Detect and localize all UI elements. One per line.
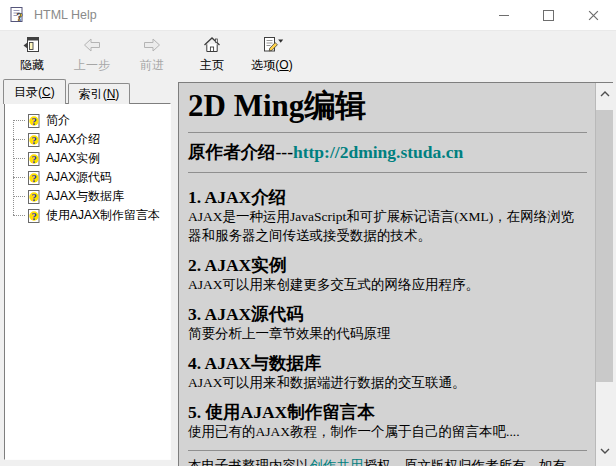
tree-item[interactable]: ? 简介 xyxy=(5,111,170,130)
label-part: ) xyxy=(289,58,293,72)
label-part: 选项( xyxy=(251,58,279,72)
tab-label: 目录(C) xyxy=(14,84,55,101)
scroll-down-button[interactable] xyxy=(596,442,613,459)
footer-text: 本电子书整理内容以 xyxy=(188,458,310,466)
options-icon xyxy=(261,34,284,56)
back-button[interactable]: 上一步 xyxy=(62,31,122,77)
tree-item[interactable]: ? AJAX介绍 xyxy=(5,130,170,149)
help-topic-icon: ? xyxy=(26,208,42,224)
footer-line: 本电子书整理内容以创作共用授权，原文版权归作者所有，如有 xyxy=(188,456,587,466)
chevron-down-icon xyxy=(600,448,610,454)
tree-item-label: AJAX介绍 xyxy=(46,131,100,148)
topic-pane: 2D Ming编辑 原作者介绍---http://2dming.studa.cn… xyxy=(178,82,614,466)
label-part: 索引( xyxy=(79,87,107,101)
help-topic-icon: ? xyxy=(26,132,42,148)
page-title: 2D Ming编辑 xyxy=(188,87,587,125)
section-heading: 2. AJAX实例 xyxy=(188,255,587,275)
section-body: 简要分析上一章节效果的代码原理 xyxy=(188,324,587,343)
content-section: 4. AJAX与数据库 AJAX可以用来和数据端进行数据的交互联通。 xyxy=(188,353,587,392)
tree-guide-line xyxy=(13,120,14,215)
toolbar-button-label: 隐藏 xyxy=(20,57,44,74)
access-key: O xyxy=(279,58,288,72)
toolbar-button-label: 上一步 xyxy=(74,57,110,74)
section-heading: 3. AJAX源代码 xyxy=(188,304,587,324)
toolbar-button-label: 选项(O) xyxy=(251,57,292,74)
section-heading: 1. AJAX介绍 xyxy=(188,187,587,207)
footer-link[interactable]: 创作共用 xyxy=(310,458,364,466)
sections: 1. AJAX介绍 AJAX是一种运用JavaScript和可扩展标记语言(XM… xyxy=(188,187,587,441)
tree-item-label: AJAX与数据库 xyxy=(46,188,124,205)
tree-item-label: 简介 xyxy=(46,112,70,129)
toolbar-button-label: 前进 xyxy=(140,57,164,74)
tab-contents[interactable]: 目录(C) xyxy=(3,79,66,104)
horizontal-rule xyxy=(188,172,587,173)
tree-item-label: AJAX源代码 xyxy=(46,169,112,186)
section-heading: 5. 使用AJAX制作留言本 xyxy=(188,402,587,422)
content-section: 5. 使用AJAX制作留言本 使用已有的AJAX教程，制作一个属于自己的留言本吧… xyxy=(188,402,587,441)
sidebar-tabs: 目录(C) 索引(N) xyxy=(3,80,130,104)
tree-connector xyxy=(13,215,25,216)
scrollbar-thumb[interactable] xyxy=(596,110,613,382)
svg-text:?: ? xyxy=(31,191,36,202)
minimize-button[interactable] xyxy=(481,0,526,30)
svg-text:?: ? xyxy=(31,153,36,164)
svg-text:?: ? xyxy=(17,9,24,24)
hide-button[interactable]: 隐藏 xyxy=(2,31,62,77)
section-body: 使用已有的AJAX教程，制作一个属于自己的留言本吧.... xyxy=(188,422,587,441)
label-part: ) xyxy=(115,87,119,101)
window-controls xyxy=(481,0,616,30)
label-part: 目录( xyxy=(14,85,42,99)
vertical-scrollbar[interactable] xyxy=(595,83,613,466)
forward-button[interactable]: 前进 xyxy=(122,31,182,77)
author-prefix: 原作者介绍--- xyxy=(188,142,293,162)
window-title: HTML Help xyxy=(34,8,97,22)
scroll-up-button[interactable] xyxy=(596,85,613,102)
tree-item[interactable]: ? AJAX与数据库 xyxy=(5,187,170,206)
minimize-icon xyxy=(499,15,509,16)
help-app-icon: ? xyxy=(9,6,27,24)
contents-tree-panel: ? 简介 ? AJAX介绍 xyxy=(4,103,171,460)
tree-item[interactable]: ? 使用AJAX制作留言本 xyxy=(5,206,170,225)
section-heading: 4. AJAX与数据库 xyxy=(188,353,587,373)
tree-item[interactable]: ? AJAX实例 xyxy=(5,149,170,168)
topic-content: 2D Ming编辑 原作者介绍---http://2dming.studa.cn… xyxy=(179,83,595,466)
options-button[interactable]: 选项(O) xyxy=(242,31,302,77)
author-line: 原作者介绍---http://2dming.studa.cn xyxy=(188,141,587,163)
home-button[interactable]: 主页 xyxy=(182,31,242,77)
help-topic-icon: ? xyxy=(26,151,42,167)
titlebar: ? HTML Help xyxy=(0,0,616,31)
section-body: AJAX是一种运用JavaScript和可扩展标记语言(XML)，在网络浏览器和… xyxy=(188,207,587,245)
hide-panel-icon xyxy=(22,34,42,56)
home-icon xyxy=(202,34,222,56)
horizontal-rule xyxy=(188,132,587,133)
content-section: 3. AJAX源代码 简要分析上一章节效果的代码原理 xyxy=(188,304,587,343)
access-key: C xyxy=(42,85,51,99)
svg-text:?: ? xyxy=(31,134,36,145)
tree-item[interactable]: ? AJAX源代码 xyxy=(5,168,170,187)
close-button[interactable] xyxy=(571,0,616,30)
chevron-up-icon xyxy=(600,91,610,97)
help-topic-icon: ? xyxy=(26,170,42,186)
svg-text:?: ? xyxy=(31,172,36,183)
section-body: AJAX可以用来和数据端进行数据的交互联通。 xyxy=(188,373,587,392)
tab-index[interactable]: 索引(N) xyxy=(68,83,131,104)
tree-item-label: AJAX实例 xyxy=(46,150,100,167)
maximize-button[interactable] xyxy=(526,0,571,30)
help-topic-icon: ? xyxy=(26,189,42,205)
tree-connector xyxy=(13,196,25,197)
author-link[interactable]: http://2dming.studa.cn xyxy=(293,142,463,162)
svg-text:?: ? xyxy=(31,210,36,221)
footer-text: 授权，原文版权归作者所有，如有 xyxy=(364,458,567,466)
close-icon xyxy=(588,10,599,21)
label-part: ) xyxy=(51,85,55,99)
forward-arrow-icon xyxy=(141,34,163,56)
tree-connector xyxy=(13,177,25,178)
help-topic-icon: ? xyxy=(26,113,42,129)
section-body: AJAX可以用来创建更多交互式的网络应用程序。 xyxy=(188,275,587,294)
toolbar-button-label: 主页 xyxy=(200,57,224,74)
tree-item-label: 使用AJAX制作留言本 xyxy=(46,207,160,224)
tree-connector xyxy=(13,139,25,140)
back-arrow-icon xyxy=(81,34,103,56)
maximize-icon xyxy=(543,10,554,21)
contents-tree: ? 简介 ? AJAX介绍 xyxy=(5,104,170,225)
